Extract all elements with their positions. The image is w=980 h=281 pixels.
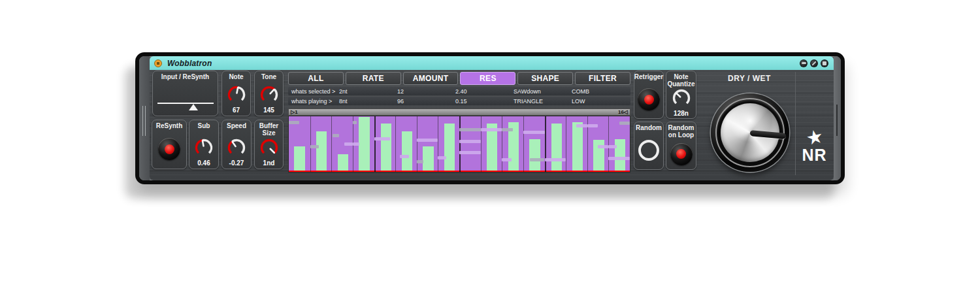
random-on-loop-label: Random on Loop bbox=[666, 122, 696, 139]
knob-arc bbox=[223, 137, 250, 157]
step-bar[interactable] bbox=[316, 131, 327, 171]
param-mark bbox=[438, 156, 446, 159]
step-bar[interactable] bbox=[551, 124, 562, 171]
param-mark bbox=[310, 145, 319, 148]
tone-knob[interactable] bbox=[256, 84, 282, 107]
info-cell[interactable]: LOW bbox=[572, 98, 630, 105]
note-label: Note bbox=[229, 71, 243, 80]
param-mark bbox=[608, 157, 630, 160]
sub-knob[interactable] bbox=[191, 137, 217, 159]
input-resynth-slider[interactable] bbox=[157, 103, 214, 104]
desktop-background: Wobblatron Input / ReSynth Note bbox=[0, 0, 980, 281]
fold-icon[interactable] bbox=[800, 59, 808, 67]
step-column[interactable] bbox=[310, 116, 332, 172]
param-mark bbox=[344, 142, 353, 146]
knob-arc bbox=[256, 84, 282, 104]
speed-knob[interactable] bbox=[223, 137, 250, 159]
param-mark bbox=[289, 121, 299, 124]
note-quantize-knob[interactable] bbox=[668, 88, 694, 110]
step-chart[interactable] bbox=[288, 116, 630, 173]
step-column[interactable] bbox=[395, 116, 417, 172]
info-cell[interactable]: 2nt bbox=[339, 88, 397, 95]
info-cell[interactable]: 0.15 bbox=[455, 98, 514, 105]
step-column[interactable] bbox=[545, 116, 566, 172]
tab-bar: ALLRATEAMOUNTRESSHAPEFILTER bbox=[288, 72, 630, 85]
range-start: ▷1 bbox=[291, 109, 298, 115]
random-button[interactable] bbox=[638, 140, 659, 161]
sub-panel: Sub 0.46 bbox=[189, 120, 219, 169]
step-bar[interactable] bbox=[615, 139, 625, 171]
param-mark bbox=[530, 158, 545, 161]
slider-handle-icon[interactable] bbox=[189, 104, 198, 110]
knob-arc bbox=[191, 137, 217, 157]
step-bar[interactable] bbox=[359, 117, 369, 171]
param-mark bbox=[523, 131, 545, 134]
device-left-drag-rail[interactable] bbox=[139, 56, 150, 180]
info-cell[interactable]: TRIANGLE bbox=[514, 98, 572, 105]
dry-wet-knob[interactable] bbox=[711, 93, 789, 172]
star-icon: ★ bbox=[804, 126, 825, 149]
step-bar[interactable] bbox=[294, 146, 304, 171]
retrigger-button[interactable] bbox=[638, 88, 660, 110]
note-quantize-label: Note Quantize bbox=[666, 71, 696, 88]
device-right-drag-rail[interactable] bbox=[834, 56, 841, 180]
device-activator-icon[interactable] bbox=[154, 59, 162, 67]
step-bar[interactable] bbox=[338, 154, 348, 171]
step-column[interactable] bbox=[438, 116, 459, 172]
param-mark bbox=[353, 142, 359, 146]
step-range-bar[interactable]: ▷1 16◁ bbox=[288, 108, 630, 116]
info-cell[interactable]: 12 bbox=[397, 88, 455, 95]
tab-rate[interactable]: RATE bbox=[346, 72, 401, 85]
resynth-button[interactable] bbox=[158, 138, 180, 160]
step-column[interactable] bbox=[459, 116, 481, 172]
tab-amount[interactable]: AMOUNT bbox=[403, 72, 459, 85]
param-mark bbox=[502, 128, 512, 131]
retrigger-label: Retrigger bbox=[634, 71, 663, 80]
step-bar[interactable] bbox=[402, 131, 412, 171]
param-mark bbox=[502, 158, 512, 161]
random-on-loop-button[interactable] bbox=[670, 143, 693, 165]
note-quantize-value: 128n bbox=[674, 110, 689, 119]
step-bar[interactable] bbox=[529, 139, 540, 171]
buffer-size-knob[interactable] bbox=[256, 137, 282, 159]
step-column[interactable] bbox=[417, 116, 438, 172]
tab-shape[interactable]: SHAPE bbox=[517, 72, 573, 85]
speed-panel: Speed -0.27 bbox=[221, 120, 252, 169]
info-cell[interactable]: 8nt bbox=[339, 98, 397, 105]
info-cell[interactable]: COMB bbox=[572, 88, 630, 95]
speed-label: Speed bbox=[227, 120, 246, 129]
tab-all[interactable]: ALL bbox=[288, 72, 344, 85]
save-icon[interactable] bbox=[821, 59, 828, 67]
info-cell[interactable]: 2.40 bbox=[455, 88, 514, 95]
step-bar[interactable] bbox=[381, 124, 391, 171]
info-row-label: whats selected > bbox=[288, 88, 339, 95]
param-mark bbox=[459, 128, 481, 131]
tab-filter[interactable]: FILTER bbox=[575, 72, 630, 85]
info-cell[interactable]: SAWdown bbox=[514, 88, 572, 95]
whats-selected-row: whats selected >2nt122.40SAWdownCOMB bbox=[288, 87, 630, 95]
step-bar[interactable] bbox=[423, 146, 433, 171]
step-bar[interactable] bbox=[444, 124, 455, 171]
note-value: 67 bbox=[233, 107, 240, 116]
step-bar[interactable] bbox=[572, 122, 583, 171]
step-column[interactable] bbox=[374, 116, 396, 172]
random-panel: Random bbox=[634, 122, 664, 170]
step-column[interactable] bbox=[502, 116, 523, 172]
param-mark bbox=[459, 140, 481, 143]
step-column[interactable] bbox=[289, 116, 310, 172]
resynth-panel: ReSynth bbox=[152, 120, 187, 169]
param-mark bbox=[333, 134, 339, 137]
note-knob[interactable] bbox=[223, 84, 250, 107]
grip-line bbox=[145, 106, 146, 136]
buffer-size-panel: Buffer Size 1nd bbox=[254, 120, 284, 169]
range-end: 16◁ bbox=[618, 109, 628, 115]
speed-value: -0.27 bbox=[229, 159, 244, 169]
info-cell[interactable]: 96 bbox=[397, 98, 455, 105]
random-on-loop-panel: Random on Loop bbox=[666, 122, 696, 170]
step-column[interactable] bbox=[523, 116, 545, 172]
step-column[interactable] bbox=[481, 116, 502, 172]
param-mark bbox=[400, 155, 410, 158]
map-icon[interactable] bbox=[810, 59, 818, 67]
tab-res[interactable]: RES bbox=[460, 72, 515, 85]
nr-logo-text: NR bbox=[795, 147, 834, 163]
